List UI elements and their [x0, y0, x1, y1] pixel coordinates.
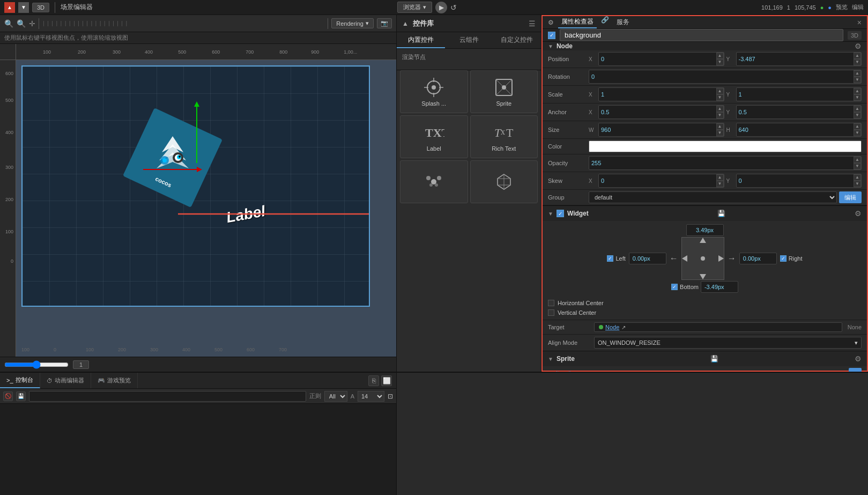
rotation-down[interactable]: ▼: [854, 77, 861, 83]
widget-enabled-checkbox[interactable]: ✓: [557, 210, 564, 217]
anchor-x-stepper[interactable]: ▲ ▼: [716, 106, 724, 119]
rotation-stepper[interactable]: ▲ ▼: [854, 70, 861, 83]
skew-x-input[interactable]: [599, 176, 716, 185]
opacity-input[interactable]: [589, 159, 854, 167]
widget-right-value[interactable]: [739, 253, 777, 264]
btn-3d[interactable]: 3D: [32, 3, 49, 12]
tab-cloud[interactable]: 云组件: [445, 32, 493, 48]
skew-y-input[interactable]: [737, 176, 854, 185]
zoom-slider[interactable]: [4, 360, 69, 369]
console-save-btn[interactable]: 💾: [16, 391, 26, 401]
refresh-button[interactable]: ↺: [450, 3, 457, 12]
target-link[interactable]: Node ↗: [594, 322, 842, 332]
skew-x-group[interactable]: ▲ ▼: [598, 174, 724, 188]
scale-y-stepper[interactable]: ▲ ▼: [854, 88, 861, 101]
opacity-up[interactable]: ▲: [854, 157, 861, 163]
node-section-gear[interactable]: ⚙: [855, 42, 862, 50]
color-picker[interactable]: [589, 141, 862, 152]
anchor-x-down[interactable]: ▼: [716, 112, 724, 119]
console-expand-icon[interactable]: ⬜: [381, 375, 392, 386]
panel-menu-icon[interactable]: ☰: [529, 19, 536, 28]
size-w-group[interactable]: ▲ ▼: [598, 123, 724, 137]
viewport[interactable]: cocos: [21, 65, 370, 307]
group-select[interactable]: default: [589, 191, 837, 203]
scale-y-input[interactable]: [737, 90, 854, 99]
widget-top-value[interactable]: [686, 224, 724, 236]
scale-y-group[interactable]: ▲ ▼: [736, 87, 862, 101]
tab-game-preview[interactable]: 🎮 游戏预览: [91, 373, 138, 388]
v-center-checkbox[interactable]: [548, 309, 554, 316]
comp-item-particle[interactable]: [400, 160, 468, 203]
zoom-out-icon[interactable]: 🔍: [17, 19, 26, 28]
position-x-up[interactable]: ▲: [716, 53, 724, 59]
sprite-save-icon[interactable]: 💾: [710, 355, 718, 363]
node-enabled-checkbox[interactable]: ✓: [548, 32, 555, 39]
comp-item-tiledmap[interactable]: [470, 160, 538, 203]
console-search-input[interactable]: [29, 391, 306, 402]
console-clear-btn[interactable]: 🚫: [3, 391, 13, 401]
sprite-atlas-button[interactable]: ...: [849, 368, 862, 372]
rendering-button[interactable]: Rendering ▾: [331, 18, 374, 28]
skew-x-down[interactable]: ▼: [716, 181, 724, 187]
tab-custom[interactable]: 自定义控件: [493, 32, 541, 48]
scale-x-stepper[interactable]: ▲ ▼: [716, 88, 724, 101]
skew-x-up[interactable]: ▲: [716, 174, 724, 181]
opacity-down[interactable]: ▼: [854, 163, 861, 169]
canvas-container[interactable]: cocos: [16, 60, 396, 357]
sprite-gear[interactable]: ⚙: [855, 354, 862, 363]
comp-item-sprite[interactable]: Sprite: [470, 70, 538, 113]
node-link[interactable]: Node: [605, 324, 619, 330]
tab-console[interactable]: >_ 控制台: [0, 373, 40, 388]
rotation-up[interactable]: ▲: [854, 70, 861, 77]
anchor-y-stepper[interactable]: ▲ ▼: [854, 106, 861, 119]
skew-x-stepper[interactable]: ▲ ▼: [716, 174, 724, 187]
node-section-header[interactable]: ▼ Node ⚙: [543, 42, 867, 50]
position-x-stepper[interactable]: ▲ ▼: [716, 53, 724, 65]
size-w-down[interactable]: ▼: [716, 130, 724, 136]
opacity-input-group[interactable]: ▲ ▼: [589, 156, 862, 170]
preview-btn[interactable]: 预览: [836, 3, 848, 11]
size-w-up[interactable]: ▲: [716, 123, 724, 130]
scale-y-up[interactable]: ▲: [854, 88, 861, 94]
scale-x-down[interactable]: ▼: [716, 94, 724, 101]
size-h-input[interactable]: [737, 125, 854, 134]
tab-service[interactable]: 服务: [613, 16, 633, 28]
position-x-input-group[interactable]: ▲ ▼: [598, 52, 724, 66]
size-h-stepper[interactable]: ▲ ▼: [854, 123, 861, 136]
widget-bottom-checkbox[interactable]: ✓: [671, 284, 678, 290]
anchor-y-down[interactable]: ▼: [854, 112, 861, 119]
anchor-x-up[interactable]: ▲: [716, 106, 724, 112]
h-center-checkbox[interactable]: [548, 300, 554, 306]
tab-builtin[interactable]: 内置控件: [397, 32, 445, 48]
zoom-in-icon[interactable]: 🔍: [4, 19, 13, 28]
widget-save-icon[interactable]: 💾: [717, 210, 725, 217]
skew-y-up[interactable]: ▲: [854, 174, 861, 181]
prop-panel-close[interactable]: ×: [857, 18, 862, 27]
widget-left-checkbox[interactable]: ✓: [607, 255, 613, 262]
scale-x-up[interactable]: ▲: [716, 88, 724, 94]
widget-left-value[interactable]: [629, 253, 666, 264]
comp-item-splash[interactable]: Splash ...: [400, 70, 468, 113]
position-x-down[interactable]: ▼: [716, 59, 724, 65]
position-y-input[interactable]: [737, 55, 854, 63]
cursor-icon[interactable]: ✛: [29, 19, 35, 28]
position-y-down[interactable]: ▼: [854, 59, 861, 65]
scale-x-input[interactable]: [599, 90, 716, 99]
anchor-y-up[interactable]: ▲: [854, 106, 861, 112]
position-x-input[interactable]: [599, 55, 716, 63]
tab-animation-editor[interactable]: ⏱ 动画编辑器: [40, 373, 91, 388]
position-y-input-group[interactable]: ▲ ▼: [736, 52, 862, 66]
size-h-down[interactable]: ▼: [854, 130, 861, 136]
console-right-icon[interactable]: ⊡: [388, 393, 393, 400]
position-y-stepper[interactable]: ▲ ▼: [854, 53, 861, 65]
play-button[interactable]: ▶: [435, 2, 447, 13]
cocos-sprite[interactable]: cocos: [119, 104, 226, 211]
rotation-input-group[interactable]: ▲ ▼: [589, 70, 862, 84]
sprite-section-header[interactable]: ▼ Sprite 💾 ⚙: [543, 351, 867, 366]
skew-y-down[interactable]: ▼: [854, 181, 861, 187]
widget-right-checkbox[interactable]: ✓: [780, 255, 787, 262]
align-mode-select[interactable]: ON_WINDOW_RESIZE ▾: [594, 337, 862, 349]
anchor-x-group[interactable]: ▲ ▼: [598, 105, 724, 119]
widget-bottom-value[interactable]: [701, 281, 738, 293]
size-h-up[interactable]: ▲: [854, 123, 861, 130]
